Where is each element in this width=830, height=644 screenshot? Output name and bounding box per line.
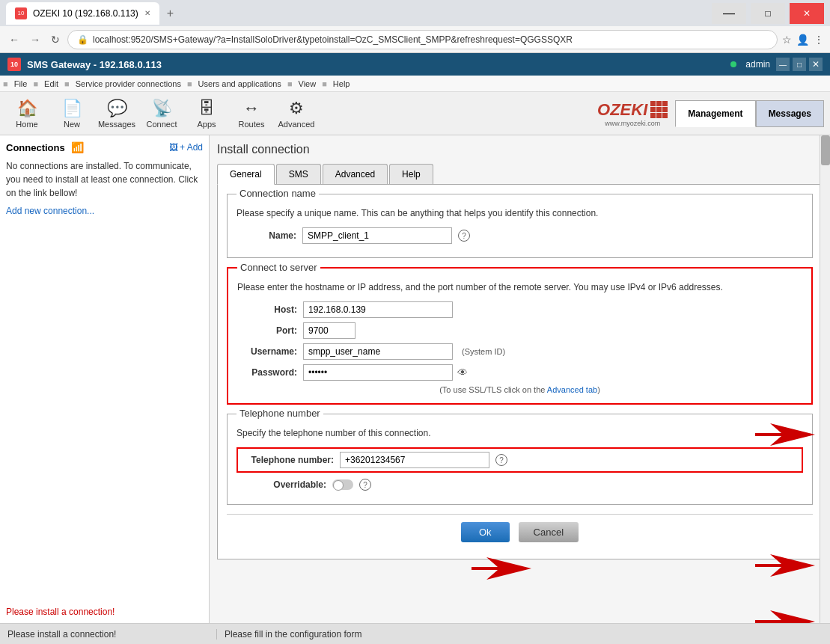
sidebar-status-bar: Please install a connection! (7, 629, 217, 640)
url-text: localhost:9520/SMS+Gateway/?a=InstallSol… (93, 34, 768, 45)
overridable-toggle[interactable] (332, 479, 353, 490)
main-status-bar: Please fill in the configuration form (225, 629, 361, 640)
tab-advanced[interactable]: Advanced (323, 164, 388, 184)
ok-button[interactable]: Ok (461, 522, 510, 542)
messages-tab[interactable]: Messages (756, 100, 824, 127)
menu-icon[interactable]: ⋮ (814, 34, 824, 46)
connections-title-text: Connections (6, 142, 65, 153)
minimize-button[interactable]: — (712, 3, 746, 24)
svg-marker-1 (755, 554, 815, 577)
phone-number-input[interactable] (340, 452, 489, 468)
app-icon: 10 (7, 58, 21, 71)
home-button[interactable]: 🏠 Home (6, 95, 48, 132)
menu-help[interactable]: Help (327, 78, 356, 90)
connect-button[interactable]: 📡 Connect (141, 95, 183, 132)
maximize-button[interactable]: □ (751, 3, 785, 24)
home-icon: 🏠 (17, 99, 37, 118)
cancel-button[interactable]: Cancel (519, 522, 579, 542)
tab-favicon: 10 (15, 7, 27, 19)
password-input[interactable] (303, 364, 453, 381)
host-input[interactable] (303, 301, 453, 318)
port-input[interactable] (303, 322, 356, 339)
menu-view[interactable]: View (293, 78, 323, 90)
menu-file[interactable]: File (8, 78, 34, 90)
svg-marker-2 (755, 610, 815, 623)
overridable-row: Overridable: ? (237, 479, 803, 491)
app-menubar: ■ File ■ Edit ■ Service provider connect… (0, 76, 830, 92)
connect-icon: 📡 (152, 99, 172, 118)
connection-name-section: Connection name Please specify a unique … (227, 194, 813, 258)
close-browser-button[interactable]: ✕ (790, 3, 824, 24)
tab-close-button[interactable]: ✕ (144, 9, 150, 17)
menu-users[interactable]: Users and applications (192, 78, 287, 90)
tab-help[interactable]: Help (389, 164, 433, 184)
apps-label: Apps (197, 120, 216, 129)
name-label: Name: (237, 230, 296, 241)
system-id-label: (System ID) (462, 347, 505, 356)
tab-sms[interactable]: SMS (276, 164, 321, 184)
menu-service-provider[interactable]: Service provider connections (70, 78, 187, 90)
arrow-indicator-2 (755, 551, 815, 583)
advanced-icon: ⚙ (289, 99, 304, 118)
advanced-button[interactable]: ⚙ Advanced (275, 95, 317, 132)
reload-button[interactable]: ↻ (48, 32, 63, 47)
telephone-section: Telephone number Specify the telephone n… (227, 414, 813, 505)
apps-icon: 🗄 (198, 99, 215, 118)
routes-button[interactable]: ↔ Routes (231, 95, 272, 132)
sidebar-title: Connections 📶 (6, 141, 84, 153)
app-maximize-button[interactable]: □ (793, 58, 806, 71)
menu-edit[interactable]: Edit (38, 78, 64, 90)
management-tab[interactable]: Management (675, 100, 755, 127)
app-minimize-button[interactable]: — (776, 58, 790, 71)
forward-button[interactable]: → (27, 32, 43, 47)
address-bar[interactable]: 🔒 localhost:9520/SMS+Gateway/?a=InstallS… (67, 30, 778, 49)
messages-icon: 💬 (107, 99, 127, 118)
messages-button[interactable]: 💬 Messages (96, 95, 138, 132)
arrow-indicator-1 (755, 420, 815, 452)
sidebar-status: Please install a connection! (6, 607, 203, 617)
name-input[interactable] (302, 227, 452, 244)
grid-cell (662, 107, 668, 112)
browser-nav: ← → ↻ 🔒 localhost:9520/SMS+Gateway/?a=In… (0, 26, 830, 53)
add-connection-button[interactable]: 🖼 + Add (169, 142, 203, 153)
app-close-button[interactable]: ✕ (809, 58, 823, 71)
overridable-help-icon[interactable]: ? (359, 479, 371, 491)
username-input[interactable] (303, 343, 453, 360)
phone-help-icon[interactable]: ? (495, 454, 507, 466)
account-icon[interactable]: 👤 (796, 34, 809, 46)
port-row: Port: (237, 322, 802, 339)
ozeki-url: www.myozeki.com (605, 120, 660, 127)
host-label: Host: (237, 304, 297, 315)
routes-icon: ↔ (243, 99, 260, 118)
back-button[interactable]: ← (6, 32, 22, 47)
host-row: Host: (237, 301, 802, 318)
messages-label: Messages (98, 120, 135, 129)
username-row: Username: (System ID) (237, 343, 802, 360)
add-new-connection-link[interactable]: Add new connection... (6, 206, 203, 216)
tab-bar: General SMS Advanced Help (217, 164, 823, 185)
sidebar-header: Connections 📶 🖼 + Add (6, 141, 203, 153)
advanced-tab-link[interactable]: Advanced tab (547, 385, 597, 394)
phone-number-label: Telephone number: (244, 455, 334, 465)
new-button[interactable]: 📄 New (51, 95, 93, 132)
browser-tab[interactable]: 10 OZEKI 10 (192.168.0.113) ✕ (6, 2, 159, 25)
new-label: New (64, 120, 80, 129)
username-label: Username: (237, 346, 297, 357)
bookmark-icon[interactable]: ☆ (782, 34, 792, 46)
name-help-icon[interactable]: ? (458, 230, 470, 242)
connection-name-title: Connection name (237, 188, 319, 199)
phone-number-row: Telephone number: ? (237, 447, 803, 473)
new-tab-button[interactable]: + (164, 7, 177, 20)
ssl-note: (To use SSL/TLS click on the Advanced ta… (237, 385, 802, 394)
apps-button[interactable]: 🗄 Apps (186, 95, 228, 132)
password-label: Password: (237, 367, 297, 378)
scrollbar-track[interactable] (820, 135, 830, 623)
show-password-icon[interactable]: 👁 (457, 367, 468, 378)
form-panel: Connection name Please specify a unique … (217, 185, 823, 559)
connection-name-desc: Please specify a unique name. This can b… (237, 206, 803, 220)
app-window-controls: — □ ✕ (776, 58, 823, 71)
password-field-row: 👁 (303, 364, 468, 381)
scrollbar-thumb[interactable] (821, 135, 830, 165)
routes-label: Routes (239, 120, 265, 129)
tab-general[interactable]: General (217, 164, 275, 185)
